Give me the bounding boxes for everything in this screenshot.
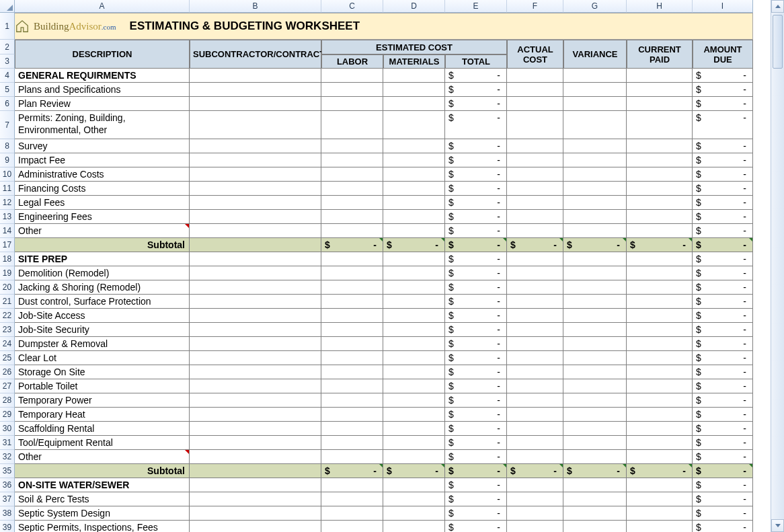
- empty-cell[interactable]: [190, 153, 321, 167]
- row-header-11[interactable]: 11: [0, 182, 15, 196]
- money-cell[interactable]: [693, 153, 753, 167]
- empty-cell[interactable]: [507, 111, 563, 139]
- header-estimated-cost[interactable]: ESTIMATED COST: [321, 40, 507, 54]
- money-cell[interactable]: [627, 464, 693, 478]
- empty-cell[interactable]: [627, 337, 693, 351]
- money-cell[interactable]: [693, 309, 753, 323]
- empty-cell[interactable]: [563, 295, 627, 309]
- empty-cell[interactable]: [383, 97, 445, 111]
- empty-cell[interactable]: [383, 393, 445, 408]
- empty-cell[interactable]: [507, 280, 563, 295]
- empty-cell[interactable]: [321, 224, 383, 238]
- empty-cell[interactable]: [321, 280, 383, 295]
- money-cell[interactable]: [445, 365, 507, 379]
- header-current-paid[interactable]: CURRENT PAID: [627, 40, 693, 69]
- empty-cell[interactable]: [321, 196, 383, 210]
- empty-cell[interactable]: [190, 478, 321, 492]
- row-header-36[interactable]: 36: [0, 478, 15, 492]
- section-header[interactable]: ON-SITE WATER/SEWER: [15, 478, 190, 492]
- row-header-6[interactable]: 6: [0, 97, 15, 111]
- empty-cell[interactable]: [507, 196, 563, 210]
- description-cell[interactable]: Other: [15, 450, 190, 464]
- empty-cell[interactable]: [563, 280, 627, 295]
- money-cell[interactable]: [445, 351, 507, 365]
- empty-cell[interactable]: [507, 295, 563, 309]
- empty-cell[interactable]: [563, 111, 627, 139]
- empty-cell[interactable]: [383, 351, 445, 365]
- empty-cell[interactable]: [507, 139, 563, 153]
- empty-cell[interactable]: [383, 492, 445, 506]
- money-cell[interactable]: [693, 506, 753, 521]
- description-cell[interactable]: Storage On Site: [15, 365, 190, 379]
- header-description[interactable]: DESCRIPTION: [15, 40, 190, 69]
- empty-cell[interactable]: [321, 492, 383, 506]
- empty-cell[interactable]: [190, 337, 321, 351]
- money-cell[interactable]: [445, 266, 507, 280]
- section-header[interactable]: GENERAL REQUIRMENTS: [15, 69, 190, 83]
- select-all-corner[interactable]: [0, 0, 15, 13]
- subtotal-label[interactable]: Subtotal: [15, 238, 190, 252]
- money-cell[interactable]: [693, 224, 753, 238]
- empty-cell[interactable]: [383, 379, 445, 393]
- money-cell[interactable]: [693, 379, 753, 393]
- empty-cell[interactable]: [321, 365, 383, 379]
- empty-cell[interactable]: [507, 337, 563, 351]
- row-header-19[interactable]: 19: [0, 266, 15, 280]
- empty-cell[interactable]: [627, 69, 693, 83]
- empty-cell[interactable]: [563, 521, 627, 532]
- empty-cell[interactable]: [627, 167, 693, 182]
- empty-cell[interactable]: [383, 69, 445, 83]
- empty-cell[interactable]: [383, 365, 445, 379]
- empty-cell[interactable]: [627, 478, 693, 492]
- empty-cell[interactable]: [321, 153, 383, 167]
- money-cell[interactable]: [507, 238, 563, 252]
- money-cell[interactable]: [693, 111, 753, 139]
- money-cell[interactable]: [445, 379, 507, 393]
- empty-cell[interactable]: [190, 210, 321, 224]
- empty-cell[interactable]: [190, 464, 321, 478]
- money-cell[interactable]: [693, 238, 753, 252]
- empty-cell[interactable]: [507, 309, 563, 323]
- empty-cell[interactable]: [563, 139, 627, 153]
- empty-cell[interactable]: [190, 323, 321, 337]
- empty-cell[interactable]: [190, 266, 321, 280]
- description-cell[interactable]: Administrative Costs: [15, 167, 190, 182]
- empty-cell[interactable]: [321, 295, 383, 309]
- money-cell[interactable]: [383, 464, 445, 478]
- empty-cell[interactable]: [507, 393, 563, 408]
- empty-cell[interactable]: [627, 280, 693, 295]
- empty-cell[interactable]: [321, 167, 383, 182]
- description-cell[interactable]: Portable Toilet: [15, 379, 190, 393]
- empty-cell[interactable]: [563, 83, 627, 97]
- empty-cell[interactable]: [190, 167, 321, 182]
- money-cell[interactable]: [693, 464, 753, 478]
- empty-cell[interactable]: [507, 351, 563, 365]
- money-cell[interactable]: [445, 464, 507, 478]
- description-cell[interactable]: Septic Permits, Inspections, Fees: [15, 521, 190, 532]
- empty-cell[interactable]: [627, 450, 693, 464]
- money-cell[interactable]: [445, 436, 507, 450]
- empty-cell[interactable]: [563, 309, 627, 323]
- description-cell[interactable]: Plans and Specifications: [15, 83, 190, 97]
- empty-cell[interactable]: [321, 69, 383, 83]
- row-header-3[interactable]: 3: [0, 54, 15, 69]
- row-header-8[interactable]: 8: [0, 139, 15, 153]
- money-cell[interactable]: [693, 323, 753, 337]
- empty-cell[interactable]: [507, 379, 563, 393]
- money-cell[interactable]: [693, 351, 753, 365]
- empty-cell[interactable]: [563, 506, 627, 521]
- header-amount-due[interactable]: AMOUNT DUE: [693, 40, 753, 69]
- row-header-39[interactable]: 39: [0, 521, 15, 532]
- empty-cell[interactable]: [383, 436, 445, 450]
- empty-cell[interactable]: [383, 224, 445, 238]
- header-actual-cost[interactable]: ACTUAL COST: [507, 40, 563, 69]
- description-cell[interactable]: Dumpster & Removal: [15, 337, 190, 351]
- empty-cell[interactable]: [190, 69, 321, 83]
- empty-cell[interactable]: [190, 393, 321, 408]
- description-cell[interactable]: Tool/Equipment Rental: [15, 436, 190, 450]
- row-header-32[interactable]: 32: [0, 450, 15, 464]
- row-header-9[interactable]: 9: [0, 153, 15, 167]
- empty-cell[interactable]: [321, 379, 383, 393]
- empty-cell[interactable]: [507, 478, 563, 492]
- money-cell[interactable]: [693, 196, 753, 210]
